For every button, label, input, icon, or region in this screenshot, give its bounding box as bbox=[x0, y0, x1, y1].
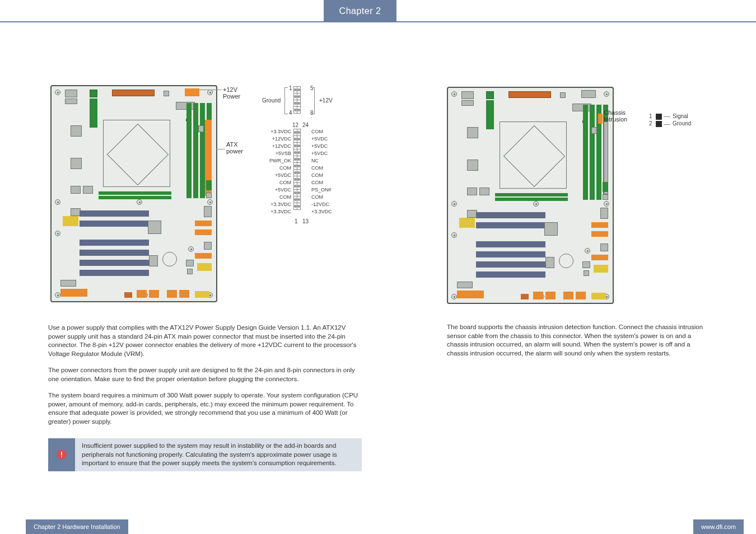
pin24-top-l: 12 bbox=[292, 122, 298, 128]
chassis-pin-1: 1 bbox=[649, 113, 652, 119]
label-12v-power: +12V Power bbox=[223, 86, 240, 100]
pin24-l-9: COM bbox=[267, 194, 291, 202]
pin8-bl: 4 bbox=[289, 110, 292, 116]
footer-left: Chapter 2 Hardware Installation bbox=[26, 519, 128, 534]
pin24-l-10: +3.3VDC bbox=[267, 202, 291, 209]
pin24-l-3: +5VSB bbox=[267, 151, 291, 158]
label-12v-right: +12V bbox=[319, 97, 333, 104]
pin24-bot-r: 13 bbox=[302, 218, 309, 224]
label-chassis-intrusion: Chassis Intrusion bbox=[604, 109, 627, 123]
page-footer: Chapter 2 Hardware Installation www.dfi.… bbox=[0, 519, 756, 534]
pin24-l-1: +12VDC bbox=[267, 136, 291, 143]
pin24-l-8: +5VDC bbox=[267, 187, 291, 194]
pin24-l-4: PWR_OK bbox=[267, 158, 291, 165]
page-header: Chapter 2 bbox=[0, 0, 756, 25]
pin8-tl: 1 bbox=[289, 85, 292, 91]
pin24-r-9: COM bbox=[311, 194, 332, 202]
pin24-l-0: +3.3VDC bbox=[267, 129, 291, 136]
pin24-l-2: +12VDC bbox=[267, 143, 291, 151]
important-text: Insufficient power supplied to the syste… bbox=[82, 442, 356, 468]
label-atx-power: ATX power bbox=[226, 141, 243, 154]
svg-rect-1 bbox=[61, 452, 62, 456]
pin24-l-5: COM bbox=[267, 165, 291, 172]
pin24-l-6: +5VDC bbox=[267, 172, 291, 180]
pin24-bot-l: 1 bbox=[295, 218, 298, 224]
right-column: Chassis Intrusion 1 2 Signal Ground The … bbox=[447, 87, 710, 500]
right-diagram: Chassis Intrusion 1 2 Signal Ground bbox=[447, 87, 710, 306]
chassis-pin-2: 2 bbox=[649, 120, 652, 127]
pin24-r-10: -12VDC bbox=[311, 202, 332, 209]
important-box: Insufficient power supplied to the syste… bbox=[48, 438, 362, 471]
motherboard-outline-right bbox=[447, 87, 614, 304]
pin24-r-6: COM bbox=[311, 172, 332, 180]
label-ground: Ground bbox=[262, 97, 281, 104]
important-bar bbox=[48, 438, 75, 471]
pin24-r-3: +5VDC bbox=[311, 151, 332, 158]
right-para-1: The board supports the chassis intrusion… bbox=[447, 323, 710, 358]
pin24-r-2: +5VDC bbox=[311, 143, 332, 151]
left-para-1: Use a power supply that complies with th… bbox=[48, 324, 362, 358]
pin24-r-1: +5VDC bbox=[311, 136, 332, 143]
footer-right: www.dfi.com bbox=[693, 519, 744, 534]
left-diagram: +12V Power ATX power 1 5 4 8 Ground +12V… bbox=[48, 83, 362, 307]
chassis-signal: Signal bbox=[673, 113, 688, 119]
chassis-ground: Ground bbox=[673, 120, 691, 127]
pin24-r-7: COM bbox=[311, 180, 332, 187]
left-para-3: The system board requires a minimum of 3… bbox=[48, 391, 362, 426]
pin24-top-r: 24 bbox=[302, 122, 309, 128]
left-para-2: The power connectors from the power supp… bbox=[48, 366, 362, 383]
left-column: +12V Power ATX power 1 5 4 8 Ground +12V… bbox=[48, 83, 362, 500]
pin24-r-8: PS_ON# bbox=[311, 187, 332, 194]
svg-rect-2 bbox=[61, 457, 62, 458]
pin24-r-0: COM bbox=[311, 129, 332, 136]
warning-icon bbox=[56, 449, 67, 460]
page-content: +12V Power ATX power 1 5 4 8 Ground +12V… bbox=[0, 83, 756, 500]
motherboard-outline-left bbox=[50, 85, 217, 302]
pin24-r-11: +3.3VDC bbox=[311, 209, 332, 216]
pin24-l-11: +3.3VDC bbox=[267, 209, 291, 216]
pin24-l-7: COM bbox=[267, 180, 291, 187]
pin24-r-5: COM bbox=[311, 165, 332, 172]
pin24-r-4: NC bbox=[311, 158, 332, 165]
chapter-tab: Chapter 2 bbox=[324, 0, 396, 22]
